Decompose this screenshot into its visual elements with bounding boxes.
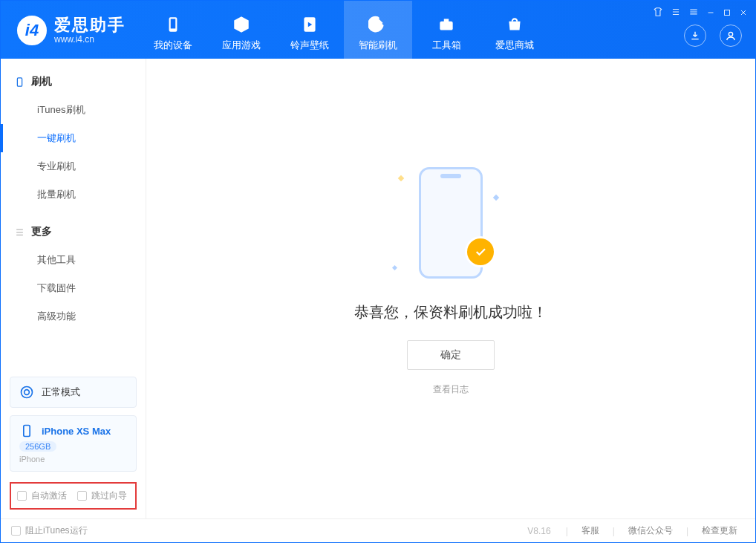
maximize-button[interactable]: [723, 7, 731, 20]
nav-smart-flash[interactable]: 智能刷机: [344, 1, 412, 59]
header-right-actions: [684, 25, 742, 47]
sparkle-icon: [493, 194, 499, 200]
menu-icon[interactable]: [688, 7, 699, 20]
footer-link-wechat[interactable]: 微信公众号: [621, 524, 680, 537]
option-highlight-box: 自动激活 跳过向导: [10, 482, 137, 510]
sidebar-item-download-fw[interactable]: 下载固件: [1, 274, 146, 302]
ok-button[interactable]: 确定: [407, 340, 495, 370]
svg-rect-9: [24, 426, 30, 437]
svg-rect-0: [725, 10, 730, 16]
nav-label: 工具箱: [432, 39, 461, 52]
device-card[interactable]: iPhone XS Max 256GB iPhone: [10, 415, 137, 472]
success-message: 恭喜您，保资料刷机成功啦！: [354, 302, 547, 322]
svg-point-6: [729, 32, 732, 36]
svg-point-8: [22, 387, 33, 398]
nav-store[interactable]: 爱思商城: [480, 1, 549, 59]
sidebar-item-pro-flash[interactable]: 专业刷机: [1, 152, 146, 181]
nav-my-device[interactable]: 我的设备: [139, 1, 207, 59]
sidebar: 刷机 iTunes刷机 一键刷机 专业刷机 批量刷机 更多 其他工具 下载固件 …: [1, 59, 146, 518]
nav-label: 我的设备: [154, 39, 192, 52]
nav-label: 爱思商城: [495, 39, 534, 52]
main-content: 恭喜您，保资料刷机成功啦！ 确定 查看日志: [146, 59, 755, 518]
list-icon: [14, 227, 25, 238]
success-illustration: [377, 160, 525, 286]
sidebar-item-other-tools[interactable]: 其他工具: [1, 246, 146, 274]
checkbox-block-itunes[interactable]: 阻止iTunes运行: [11, 524, 88, 537]
svg-rect-4: [440, 22, 452, 30]
mode-card[interactable]: 正常模式: [10, 377, 137, 408]
view-log-link[interactable]: 查看日志: [433, 383, 469, 396]
mode-label: 正常模式: [42, 386, 80, 399]
sidebar-head-flash: 刷机: [1, 72, 146, 96]
sidebar-item-itunes-flash[interactable]: iTunes刷机: [1, 96, 146, 124]
nav-ring-wall[interactable]: 铃声壁纸: [276, 1, 344, 59]
brand-site: www.i4.cn: [54, 34, 126, 45]
svg-rect-2: [171, 19, 176, 28]
footer-link-support[interactable]: 客服: [574, 524, 607, 537]
nav-toolbox[interactable]: 工具箱: [412, 1, 480, 59]
window-controls: [653, 7, 748, 20]
top-nav: 我的设备 应用游戏 铃声壁纸 智能刷机 工具箱 爱思商城: [139, 1, 549, 59]
storage-badge: 256GB: [19, 441, 56, 452]
phone-icon: [14, 77, 25, 88]
device-name: iPhone XS Max: [42, 426, 111, 437]
phone-icon: [19, 423, 34, 438]
close-button[interactable]: [739, 7, 748, 20]
svg-rect-5: [444, 19, 449, 22]
minimize-button[interactable]: [706, 7, 715, 20]
logo-icon: i4: [17, 16, 47, 45]
brand-name: 爱思助手: [54, 16, 126, 34]
sidebar-item-onekey-flash[interactable]: 一键刷机: [1, 124, 146, 152]
status-bar: 阻止iTunes运行 V8.16 | 客服 | 微信公众号 | 检查更新: [1, 518, 755, 542]
version-label: V8.16: [527, 526, 550, 536]
shirt-icon[interactable]: [653, 7, 663, 20]
logo-block: i4 爱思助手 www.i4.cn: [1, 16, 139, 59]
download-icon[interactable]: [684, 25, 706, 47]
nav-label: 铃声壁纸: [290, 39, 329, 52]
nav-label: 应用游戏: [222, 39, 261, 52]
svg-rect-7: [17, 77, 22, 85]
app-header: i4 爱思助手 www.i4.cn 我的设备 应用游戏 铃声壁纸 智能刷机 工具…: [1, 1, 755, 59]
checkbox-skip-wizard[interactable]: 跳过向导: [77, 490, 127, 502]
user-icon[interactable]: [720, 25, 742, 47]
checkbox-icon: [77, 491, 87, 501]
nav-apps-games[interactable]: 应用游戏: [207, 1, 276, 59]
sidebar-item-batch-flash[interactable]: 批量刷机: [1, 181, 146, 209]
checkbox-icon: [11, 526, 21, 536]
list-icon[interactable]: [671, 7, 681, 20]
sidebar-head-more: 更多: [1, 222, 146, 246]
check-badge-icon: [467, 238, 494, 265]
footer-link-update[interactable]: 检查更新: [694, 524, 745, 537]
checkbox-icon: [17, 491, 27, 501]
device-type: iPhone: [19, 455, 45, 464]
nav-label: 智能刷机: [359, 39, 397, 52]
sparkle-icon: [392, 264, 397, 270]
checkbox-auto-activate[interactable]: 自动激活: [17, 490, 67, 502]
sidebar-item-advanced[interactable]: 高级功能: [1, 302, 146, 331]
sparkle-icon: [398, 175, 404, 181]
sync-icon: [19, 385, 34, 400]
